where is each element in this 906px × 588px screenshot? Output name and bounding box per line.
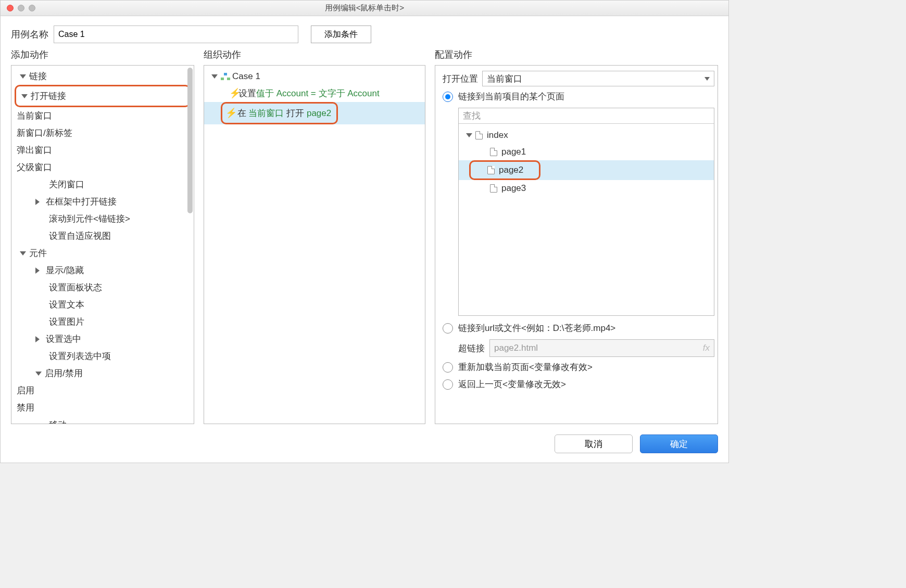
page-icon	[490, 184, 497, 193]
url-label: 超链接	[458, 342, 489, 354]
tree-set-selected[interactable]: 设置选中	[11, 330, 194, 348]
page-index[interactable]: index	[459, 127, 714, 144]
window-maximize-icon[interactable]	[29, 5, 35, 11]
add-action-header: 添加动作	[11, 48, 194, 61]
tree-scroll-anchor[interactable]: 滚动到元件<锚链接>	[11, 210, 194, 227]
search-input[interactable]: 查找	[459, 108, 714, 124]
bolt-icon: ⚡	[229, 85, 238, 102]
org-action-open[interactable]: ⚡ 在 当前窗口 打开 page2	[204, 102, 425, 124]
url-input[interactable]: page2.html fx	[489, 339, 714, 357]
page-page2[interactable]: page2	[459, 160, 714, 180]
tree-show-hide[interactable]: 显示/隐藏	[11, 262, 194, 279]
tree-enable-disable[interactable]: 启用/禁用	[11, 365, 194, 382]
tree-set-list-sel[interactable]: 设置列表选中项	[11, 348, 194, 365]
open-in-label: 打开位置	[443, 73, 482, 85]
page-icon	[490, 148, 497, 156]
tree-move[interactable]: 移动	[11, 416, 194, 424]
radio-link-page[interactable]: 链接到当前项目的某个页面	[443, 91, 714, 103]
page-icon	[487, 166, 495, 174]
org-action-header: 组织动作	[204, 48, 425, 61]
case-name-label: 用例名称	[11, 28, 48, 41]
ok-button[interactable]: 确定	[640, 434, 718, 453]
fx-icon[interactable]: fx	[703, 343, 710, 353]
tree-set-text[interactable]: 设置文本	[11, 296, 194, 313]
radio-icon	[443, 379, 453, 390]
page-icon	[475, 131, 483, 139]
radio-back[interactable]: 返回上一页<变量修改无效>	[443, 378, 714, 390]
bolt-icon: ⚡	[225, 105, 235, 122]
page-page3[interactable]: page3	[459, 180, 714, 197]
window-close-icon[interactable]	[7, 5, 14, 11]
chevron-down-icon	[704, 77, 710, 81]
radio-icon	[443, 92, 453, 102]
org-case[interactable]: Case 1	[204, 68, 425, 85]
flow-icon	[221, 73, 230, 80]
cfg-action-header: 配置动作	[435, 48, 718, 61]
add-action-panel: 链接 打开链接 当前窗口 新窗口/新标签 弹出窗口 父级窗口 关闭窗口 在框架中…	[11, 65, 194, 424]
tree-close-window[interactable]: 关闭窗口	[11, 176, 194, 193]
tree-open-in-frame[interactable]: 在框架中打开链接	[11, 193, 194, 210]
tree-open-link[interactable]: 打开链接	[16, 87, 189, 105]
tree-enable[interactable]: 启用	[11, 382, 194, 399]
tree-current-window[interactable]: 当前窗口	[11, 107, 194, 124]
case-name-input[interactable]	[54, 25, 298, 43]
radio-link-url[interactable]: 链接到url或文件<例如：D:\苍老师.mp4>	[443, 322, 714, 334]
titlebar: 用例编辑<鼠标单击时>	[1, 1, 728, 16]
tree-links[interactable]: 链接	[11, 68, 194, 85]
radio-icon	[443, 323, 453, 334]
tree-popup[interactable]: 弹出窗口	[11, 142, 194, 159]
tree-adaptive-view[interactable]: 设置自适应视图	[11, 227, 194, 245]
add-condition-button[interactable]: 添加条件	[311, 25, 371, 43]
window-minimize-icon[interactable]	[18, 5, 24, 11]
tree-widgets[interactable]: 元件	[11, 245, 194, 262]
open-in-select[interactable]: 当前窗口	[482, 71, 714, 86]
tree-new-window[interactable]: 新窗口/新标签	[11, 124, 194, 142]
org-action-set[interactable]: ⚡ 设置 值于 Account = 文字于 Account	[204, 85, 425, 102]
cfg-action-panel: 打开位置 当前窗口 链接到当前项目的某个页面 查找 index	[435, 65, 718, 424]
tree-set-image[interactable]: 设置图片	[11, 313, 194, 330]
open-in-value: 当前窗口	[487, 73, 522, 85]
tree-panel-state[interactable]: 设置面板状态	[11, 279, 194, 296]
org-action-panel: Case 1 ⚡ 设置 值于 Account = 文字于 Account ⚡ 在…	[204, 65, 425, 424]
tree-disable[interactable]: 禁用	[11, 399, 194, 416]
window-title: 用例编辑<鼠标单击时>	[1, 3, 728, 13]
radio-icon	[443, 362, 453, 373]
scrollbar[interactable]	[187, 68, 193, 213]
tree-parent[interactable]: 父级窗口	[11, 159, 194, 176]
page-page1[interactable]: page1	[459, 144, 714, 160]
radio-reload[interactable]: 重新加载当前页面<变量修改有效>	[443, 361, 714, 373]
cancel-button[interactable]: 取消	[555, 434, 633, 453]
